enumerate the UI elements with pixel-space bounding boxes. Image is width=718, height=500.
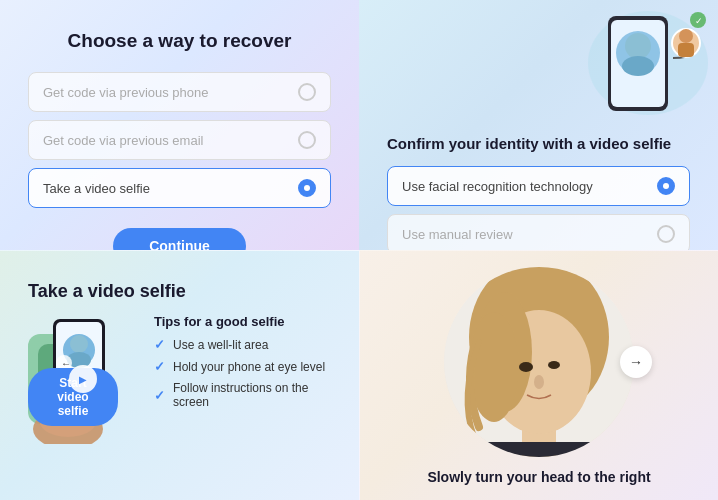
facial-recognition-label: Use facial recognition technology (402, 179, 593, 194)
tips-section: Tips for a good selfie ✓ Use a well-lit … (154, 314, 331, 416)
option-previous-phone-label: Get code via previous phone (43, 85, 209, 100)
woman-face-svg (444, 267, 634, 457)
tip-3-text: Follow instructions on the screen (173, 381, 331, 409)
tip-2: ✓ Hold your phone at eye level (154, 359, 331, 374)
option-video-selfie-label: Take a video selfie (43, 181, 150, 196)
woman-face (444, 267, 634, 457)
svg-point-4 (625, 33, 651, 59)
radio-video-selfie (298, 179, 316, 197)
svg-rect-8 (678, 43, 694, 57)
panel-take-selfie: Take a video selfie (0, 250, 359, 500)
panel-choose-recovery: Choose a way to recover Get code via pre… (0, 0, 359, 250)
option-previous-email[interactable]: Get code via previous email (28, 120, 331, 160)
play-icon: ▶ (69, 365, 97, 393)
main-grid: Choose a way to recover Get code via pre… (0, 0, 718, 500)
radio-previous-phone (298, 83, 316, 101)
tip-1-text: Use a well-lit area (173, 338, 268, 352)
panel-turn-head: → Slowly turn your head to the right (359, 250, 718, 500)
svg-rect-31 (474, 442, 604, 457)
option-facial-recognition[interactable]: Use facial recognition technology (387, 166, 690, 206)
tips-title: Tips for a good selfie (154, 314, 331, 329)
tip-1: ✓ Use a well-lit area (154, 337, 331, 352)
option-video-selfie[interactable]: Take a video selfie (28, 168, 331, 208)
svg-point-5 (622, 56, 654, 76)
svg-text:✓: ✓ (695, 16, 703, 26)
tip-3: ✓ Follow instructions on the screen (154, 381, 331, 409)
phone-illustration: ← Start video selfie ▶ (28, 314, 138, 444)
option-previous-email-label: Get code via previous email (43, 133, 203, 148)
radio-previous-email (298, 131, 316, 149)
svg-point-28 (519, 362, 533, 372)
identity-illustration-svg: ✓ (508, 8, 708, 118)
option-manual-review[interactable]: Use manual review (387, 214, 690, 250)
option-previous-phone[interactable]: Get code via previous phone (28, 72, 331, 112)
svg-point-7 (679, 29, 693, 43)
panel1-title: Choose a way to recover (28, 30, 331, 52)
checkmark-2: ✓ (154, 359, 165, 374)
svg-point-16 (70, 335, 88, 353)
selfie-container: → (444, 267, 634, 457)
turn-head-instruction: Slowly turn your head to the right (427, 469, 650, 485)
continue-button[interactable]: Continue (113, 228, 246, 250)
panel-confirm-identity: ✓ Confirm your identity with a video sel… (359, 0, 718, 250)
next-arrow[interactable]: → (620, 346, 652, 378)
checkmark-1: ✓ (154, 337, 165, 352)
panel2-illustration: ✓ (508, 8, 708, 118)
svg-point-30 (534, 375, 544, 389)
tip-2-text: Hold your phone at eye level (173, 360, 325, 374)
svg-point-29 (548, 361, 560, 369)
panel3-title: Take a video selfie (28, 281, 331, 302)
manual-review-label: Use manual review (402, 227, 513, 242)
radio-facial-recognition (657, 177, 675, 195)
radio-manual-review (657, 225, 675, 243)
checkmark-3: ✓ (154, 388, 165, 403)
panel2-title: Confirm your identity with a video selfi… (387, 135, 690, 152)
panel3-content: ← Start video selfie ▶ Tips for a good s… (28, 314, 331, 444)
